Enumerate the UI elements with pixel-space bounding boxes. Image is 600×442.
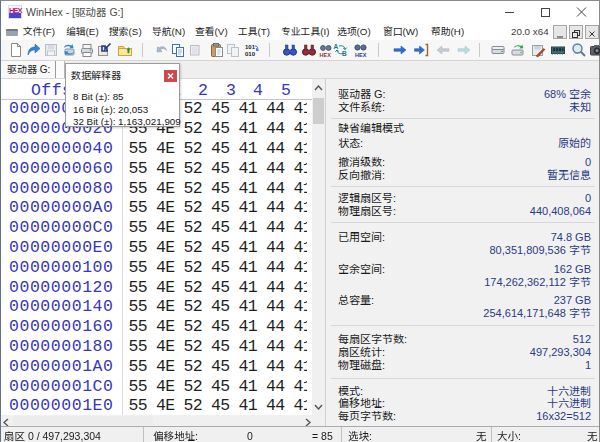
svg-text:101: 101: [245, 44, 256, 50]
svg-text:HEX: HEX: [355, 52, 367, 58]
svg-text:010: 010: [245, 51, 256, 57]
svg-text:A: A: [334, 43, 339, 50]
svg-text:HEX: HEX: [320, 52, 332, 58]
